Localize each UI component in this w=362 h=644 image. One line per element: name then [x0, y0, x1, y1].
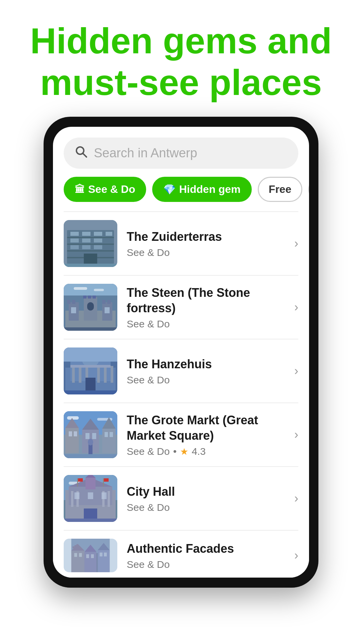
svg-rect-66: [92, 433, 96, 439]
item-thumbnail-6: [64, 539, 117, 572]
svg-rect-27: [102, 300, 106, 304]
svg-rect-86: [74, 492, 79, 499]
list-item[interactable]: The Grote Markt (Great Market Square) Se…: [53, 403, 309, 466]
svg-rect-45: [79, 366, 81, 383]
svg-rect-107: [79, 553, 82, 557]
item-title-4: The Grote Markt (Great Market Square): [127, 413, 285, 444]
svg-rect-49: [111, 366, 113, 383]
svg-rect-12: [70, 238, 79, 243]
item-info-2: The Steen (The Stone fortress) See & Do: [127, 285, 285, 330]
svg-rect-14: [94, 238, 102, 243]
list-item[interactable]: The Steen (The Stone fortress) See & Do …: [53, 276, 309, 339]
item-title-3: The Hanzehuis: [127, 357, 285, 372]
svg-rect-50: [70, 365, 111, 368]
svg-rect-32: [71, 307, 76, 313]
svg-rect-92: [78, 478, 83, 482]
svg-rect-97: [71, 551, 84, 572]
svg-line-1: [83, 153, 86, 157]
svg-rect-44: [72, 366, 75, 383]
search-placeholder: Search in Antwerp: [94, 146, 197, 160]
item-subtitle-3: See & Do: [127, 374, 285, 386]
svg-rect-18: [84, 254, 97, 264]
list-item[interactable]: City Hall See & Do ›: [53, 467, 309, 530]
svg-rect-65: [85, 433, 89, 439]
svg-rect-104: [98, 550, 110, 573]
svg-rect-34: [87, 302, 94, 311]
item-info-6: Authentic Facades See & Do: [127, 541, 285, 570]
svg-rect-52: [64, 390, 117, 394]
phone-frame: Search in Antwerp 🏛 See & Do 💎 Hidden ge…: [44, 117, 318, 588]
hidden-gem-icon: 💎: [163, 183, 176, 195]
svg-rect-85: [108, 491, 110, 507]
svg-rect-99: [72, 546, 74, 548]
phone-screen: Search in Antwerp 🏛 See & Do 💎 Hidden ge…: [53, 127, 309, 578]
item-info-3: The Hanzehuis See & Do: [127, 357, 285, 386]
filter-chip-see-do-label: See & Do: [88, 183, 135, 196]
svg-rect-90: [64, 519, 117, 522]
svg-point-72: [88, 439, 93, 445]
item-subtitle-6: See & Do: [127, 559, 285, 570]
svg-rect-88: [102, 492, 107, 499]
svg-rect-10: [94, 232, 102, 236]
search-bar[interactable]: Search in Antwerp: [64, 138, 298, 169]
filter-chip-hidden-gem[interactable]: 💎 Hidden gem: [152, 177, 251, 202]
svg-rect-108: [86, 554, 89, 558]
item-thumbnail-3: [64, 347, 117, 394]
svg-rect-28: [107, 300, 111, 304]
list-item[interactable]: The Hanzehuis See & Do ›: [53, 339, 309, 402]
svg-rect-111: [104, 553, 107, 556]
svg-rect-47: [97, 366, 100, 383]
svg-rect-110: [100, 553, 103, 556]
svg-rect-11: [106, 232, 112, 236]
item-thumbnail-2: [64, 284, 117, 331]
chevron-icon-3: ›: [294, 364, 298, 378]
svg-rect-94: [104, 478, 109, 482]
item-rating-4: 4.3: [192, 446, 206, 457]
svg-rect-38: [94, 289, 104, 291]
item-title-5: City Hall: [127, 484, 285, 500]
svg-rect-26: [72, 300, 75, 304]
item-subtitle-4: See & Do • ★ 4.3: [127, 446, 285, 457]
item-thumbnail-1: [64, 220, 117, 267]
svg-rect-69: [105, 432, 108, 437]
svg-rect-73: [64, 454, 117, 458]
svg-rect-62: [74, 431, 77, 436]
svg-rect-101: [76, 544, 78, 546]
filter-chip-free[interactable]: Free: [258, 177, 303, 202]
svg-rect-25: [67, 300, 70, 304]
svg-rect-93: [103, 478, 104, 487]
svg-rect-80: [85, 478, 96, 489]
search-icon: [74, 145, 88, 161]
svg-rect-35: [64, 327, 117, 331]
svg-rect-70: [110, 432, 113, 437]
svg-rect-82: [71, 491, 73, 507]
list-item[interactable]: The Zuiderterras See & Do ›: [53, 212, 309, 275]
item-subtitle-1: See & Do: [127, 247, 285, 258]
chevron-icon-1: ›: [294, 236, 298, 251]
chevron-icon-2: ›: [294, 300, 298, 314]
item-title-6: Authentic Facades: [127, 541, 285, 557]
svg-rect-109: [91, 554, 94, 558]
svg-rect-87: [88, 492, 93, 499]
item-info-4: The Grote Markt (Great Market Square) Se…: [127, 413, 285, 458]
svg-rect-19: [64, 264, 117, 267]
svg-rect-9: [82, 232, 90, 236]
filter-chip-shop[interactable]: 🛍 Shop: [308, 177, 309, 202]
svg-rect-37: [74, 287, 87, 290]
item-thumbnail-4: [64, 411, 117, 458]
filter-chip-free-label: Free: [269, 183, 292, 196]
svg-rect-4: [67, 237, 114, 238]
star-icon-4: ★: [180, 446, 188, 457]
svg-rect-16: [82, 245, 90, 249]
filter-chip-see-do[interactable]: 🏛 See & Do: [64, 177, 146, 202]
dot-separator: •: [173, 446, 177, 457]
svg-rect-100: [74, 545, 76, 547]
filter-chip-hidden-gem-label: Hidden gem: [179, 183, 240, 196]
svg-rect-17: [94, 245, 102, 249]
page-title: Hidden gems and must-see places: [27, 20, 335, 103]
svg-rect-91: [77, 478, 78, 487]
svg-rect-56: [67, 416, 79, 420]
svg-rect-6: [67, 250, 114, 252]
page-header: Hidden gems and must-see places: [0, 0, 362, 117]
list-item[interactable]: Authentic Facades See & Do ›: [53, 531, 309, 578]
